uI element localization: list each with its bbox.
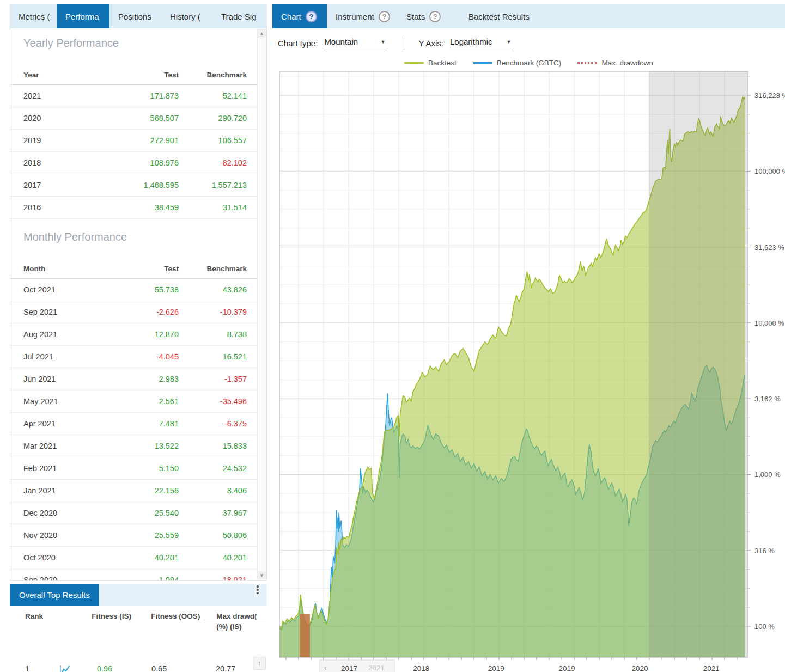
svg-text:31,623 %: 31,623 %: [754, 243, 784, 252]
svg-text:3,162 %: 3,162 %: [754, 395, 781, 403]
table-row: Aug 202112.8708.738: [10, 323, 266, 346]
table-header: YearTestBenchmark: [10, 65, 266, 85]
svg-text:2017: 2017: [341, 664, 357, 672]
tab-performance[interactable]: Performa: [57, 4, 109, 28]
monthly-performance-table: MonthTestBenchmarkOct 202155.73843.826Se…: [10, 259, 266, 581]
table-row: Feb 20215.15024.532: [10, 457, 266, 480]
col-max-drawdown[interactable]: Max drawd( (%) (IS): [216, 612, 261, 631]
svg-text:2018: 2018: [413, 664, 429, 672]
col-fitness-oos[interactable]: Fitness (OOS): [151, 612, 210, 631]
svg-text:316 %: 316 %: [754, 547, 775, 555]
svg-text:2020: 2020: [631, 664, 648, 672]
table-row: Jul 2021-4.04516.521: [10, 346, 266, 368]
table-row: 2021171.87352.141: [10, 85, 266, 107]
svg-text:2019: 2019: [558, 664, 575, 672]
svg-text:316,228 %: 316,228 %: [754, 91, 785, 100]
performance-panel: Yearly Performance YearTestBenchmark2021…: [10, 28, 267, 581]
overall-top-results-panel: Overall Top Results Rank Fitness (IS) Fi…: [10, 584, 267, 672]
scroll-up-icon[interactable]: ▲: [258, 29, 266, 38]
svg-text:10,000 %: 10,000 %: [754, 319, 784, 327]
svg-text:‹: ‹: [324, 663, 327, 672]
svg-text:100,000 %: 100,000 %: [754, 167, 785, 175]
yearly-performance-table: YearTestBenchmark2021171.87352.141202056…: [10, 65, 266, 219]
tab-overall-top-results[interactable]: Overall Top Results: [10, 584, 99, 606]
table-row: Oct 202155.73843.826: [10, 279, 266, 301]
svg-text:2019: 2019: [488, 664, 504, 672]
table-row: 2020568.507290.720: [10, 107, 266, 130]
table-row: Jun 20212.983-1.357: [10, 368, 266, 390]
table-row: Nov 202025.55950.806: [10, 524, 266, 547]
equity-chart-icon[interactable]: [59, 664, 97, 672]
table-row: 201638.45931.514: [10, 197, 266, 219]
table-row: Oct 202040.20140.201: [10, 547, 266, 569]
table-row: Mar 202113.52215.833: [10, 435, 266, 457]
svg-text:2021: 2021: [703, 664, 720, 672]
result-row[interactable]: 1 0.96 0.65 20.77: [10, 664, 267, 672]
result-rank: 1: [25, 664, 59, 672]
col-fitness-is[interactable]: Fitness (IS): [92, 612, 143, 631]
column-menu-icon[interactable]: •••: [254, 585, 261, 595]
results-scroll-up-icon[interactable]: ↑: [253, 657, 266, 670]
tab-positions[interactable]: Positions: [109, 4, 161, 28]
svg-text:100 %: 100 %: [754, 622, 775, 631]
result-fitness-oos: 0.65: [151, 664, 216, 672]
tab-metrics[interactable]: Metrics (: [10, 4, 57, 28]
app-window: Metrics ( Performa Positions History ( T…: [0, 0, 785, 672]
table-row: 20171,468.5951,557.213: [10, 174, 266, 197]
svg-text:2021: 2021: [368, 664, 385, 672]
left-scrollbar[interactable]: ▲ ▼: [257, 28, 266, 580]
table-row: Sep 2021-2.626-10.379: [10, 301, 266, 323]
result-fitness-is: 0.96: [97, 664, 151, 672]
column-divider: [204, 620, 266, 620]
left-tab-bar: Metrics ( Performa Positions History ( T…: [10, 4, 267, 28]
col-rank[interactable]: Rank: [25, 612, 92, 631]
tab-trade-signals[interactable]: Trade Sig: [212, 4, 267, 28]
col-max-drawdown-line2: (%) (IS): [216, 622, 261, 631]
table-row: 2018108.976-82.102: [10, 152, 266, 174]
performance-chart[interactable]: 316,228 %100,000 %31,623 %10,000 %3,162 …: [272, 0, 785, 672]
table-header: MonthTestBenchmark: [10, 259, 266, 279]
col-max-drawdown-line1: Max drawd(: [216, 612, 257, 620]
table-row: Jan 202122.1568.406: [10, 480, 266, 502]
table-row: Dec 202025.54037.967: [10, 502, 266, 524]
svg-text:1,000 %: 1,000 %: [754, 471, 781, 479]
table-row: Sep 20201.094-18.921: [10, 569, 266, 581]
table-row: May 20212.561-35.496: [10, 390, 266, 413]
results-table-header: Rank Fitness (IS) Fitness (OOS) Max draw…: [10, 612, 267, 631]
scroll-down-icon[interactable]: ▼: [258, 571, 266, 579]
table-row: 2019272.901106.557: [10, 130, 266, 152]
tab-history[interactable]: History (: [161, 4, 212, 28]
monthly-performance-title: Monthly Performance: [10, 231, 266, 252]
yearly-performance-title: Yearly Performance: [10, 37, 266, 58]
table-row: Apr 20217.481-6.375: [10, 413, 266, 435]
